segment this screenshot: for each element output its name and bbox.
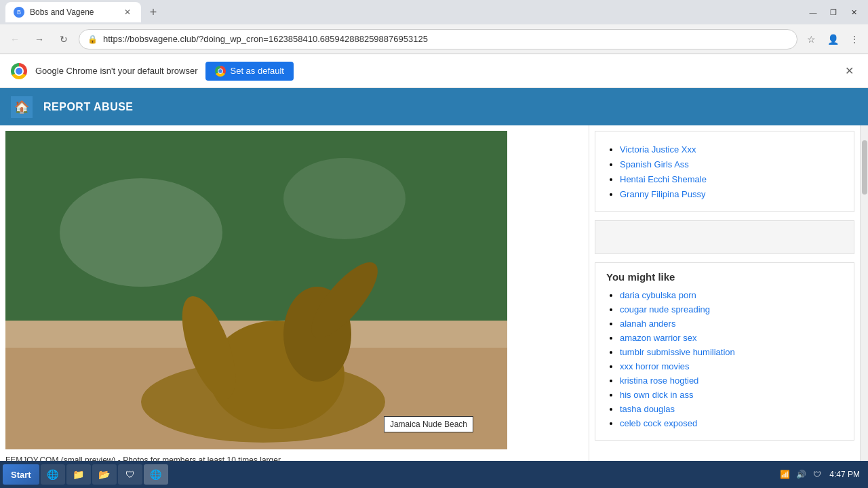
scrollbar-thumb[interactable] (862, 140, 867, 195)
home-button[interactable]: 🏠 (8, 94, 35, 121)
list-item: alanah anders (620, 318, 843, 329)
address-bar: ← → ↻ 🔒 https://bobsvagene.club/?doing_w… (0, 24, 868, 54)
taskbar-security-icon: 🛡 (123, 468, 137, 481)
taskbar-active-chrome-icon: 🌐 (149, 468, 163, 481)
menu-button[interactable]: ⋮ (846, 31, 863, 47)
maximize-button[interactable]: ❐ (825, 5, 842, 20)
clock-time: 4:47 PM (829, 469, 860, 481)
list-item: Spanish Girls Ass (620, 159, 843, 169)
list-item: tumblr submissive humiliation (620, 346, 843, 357)
taskbar-explorer-button[interactable]: 📁 (66, 464, 91, 485)
tab-title: Bobs and Vagene (30, 7, 117, 17)
related-link-kristina[interactable]: kristina rose hogtied (620, 375, 698, 386)
scrollbar[interactable] (860, 125, 868, 461)
url-bar[interactable]: 🔒 https://bobsvagene.club/?doing_wp_cron… (79, 29, 797, 49)
sidebar-link-victoria[interactable]: Victoria Justice Xxx (620, 144, 696, 155)
sidebar-link-hentai[interactable]: Hentai Ecchi Shemale (620, 174, 707, 184)
list-item: his own dick in ass (620, 389, 843, 400)
sidebar-links-box: Victoria Justice Xxx Spanish Girls Ass H… (595, 131, 854, 212)
list-item: amazon warrior sex (620, 332, 843, 343)
article-image: Jamaica Nude Beach (5, 131, 507, 449)
back-button[interactable]: ← (5, 30, 24, 49)
home-icon: 🏠 (11, 96, 33, 118)
taskbar-chrome-button[interactable]: 🌐 (41, 464, 65, 485)
sidebar-ad (595, 220, 854, 254)
page-content: 🏠 REPORT ABUSE (0, 88, 868, 461)
related-link-amazon[interactable]: amazon warrior sex (620, 333, 696, 343)
close-banner-button[interactable]: ✕ (841, 63, 857, 79)
default-browser-text: Google Chrome isn't your default browser (35, 66, 197, 76)
browser-tab[interactable]: B Bobs and Vagene ✕ (5, 2, 141, 22)
report-abuse-link[interactable]: REPORT ABUSE (43, 101, 134, 113)
set-as-default-button[interactable]: Set as default (205, 62, 294, 81)
tray-icons: 📶 🔊 🛡 (778, 468, 824, 481)
refresh-button[interactable]: ↻ (54, 30, 73, 49)
you-might-like-box: You might like daria cybulska porn couga… (595, 262, 854, 441)
minimize-button[interactable]: — (804, 5, 822, 20)
taskbar-folder-icon: 📂 (98, 468, 111, 481)
set-default-chrome-icon (215, 66, 226, 77)
related-link-cougar[interactable]: cougar nude spreading (620, 304, 710, 314)
article-photo (5, 131, 507, 449)
tray-security-icon: 🛡 (810, 468, 824, 481)
set-default-label: Set as default (230, 66, 284, 76)
start-button[interactable]: Start (3, 464, 39, 485)
list-item: cougar nude spreading (620, 304, 843, 314)
forward-button[interactable]: → (30, 30, 49, 49)
related-link-tumblr[interactable]: tumblr submissive humiliation (620, 347, 735, 357)
new-tab-button[interactable]: + (144, 3, 163, 22)
sidebar-link-spanish[interactable]: Spanish Girls Ass (620, 159, 689, 169)
main-layout: Jamaica Nude Beach FEMJOY.COM (small pre… (0, 125, 868, 461)
tab-close-button[interactable]: ✕ (122, 7, 133, 18)
window-controls: — ❐ ✕ (804, 5, 863, 20)
default-browser-banner: Google Chrome isn't your default browser… (0, 54, 868, 88)
taskbar-folder-button[interactable]: 📂 (92, 464, 117, 485)
image-caption-text: Jamaica Nude Beach (390, 420, 467, 429)
taskbar-explorer-icon: 📁 (72, 468, 85, 481)
profile-button[interactable]: 👤 (825, 31, 841, 47)
sidebar-links-list: Victoria Justice Xxx Spanish Girls Ass H… (606, 144, 843, 199)
related-link-tasha[interactable]: tasha douglas (620, 404, 675, 414)
sidebar-link-granny[interactable]: Granny Filipina Pussy (620, 189, 705, 199)
taskbar-chrome-icon: 🌐 (46, 468, 60, 481)
taskbar-chrome-active-button[interactable]: 🌐 (144, 464, 168, 485)
svg-point-5 (283, 158, 406, 239)
related-link-xxx[interactable]: xxx horror movies (620, 361, 690, 371)
you-might-like-heading: You might like (606, 271, 843, 283)
title-bar: B Bobs and Vagene ✕ + — ❐ ✕ (0, 0, 868, 24)
system-tray: 📶 🔊 🛡 4:47 PM (772, 468, 865, 481)
tab-favicon: B (14, 7, 24, 18)
list-item: daria cybulska porn (620, 289, 843, 300)
taskbar-security-button[interactable]: 🛡 (118, 464, 142, 485)
taskbar: Start 🌐 📁 📂 🛡 🌐 📶 🔊 🛡 4:47 PM (0, 461, 868, 488)
image-caption: Jamaica Nude Beach (384, 416, 473, 432)
image-source-text: FEMJOY.COM (small preview) - Photos for … (0, 449, 589, 461)
svg-point-4 (60, 178, 222, 287)
list-item: kristina rose hogtied (620, 375, 843, 386)
site-header: 🏠 REPORT ABUSE (0, 88, 868, 125)
system-clock: 4:47 PM (829, 469, 860, 481)
main-content: Jamaica Nude Beach FEMJOY.COM (small pre… (0, 125, 589, 461)
close-button[interactable]: ✕ (845, 5, 863, 20)
list-item: Granny Filipina Pussy (620, 188, 843, 199)
ssl-icon: 🔒 (87, 35, 98, 44)
list-item: Victoria Justice Xxx (620, 144, 843, 155)
tray-network-icon: 📶 (778, 468, 791, 481)
list-item: Hentai Ecchi Shemale (620, 174, 843, 184)
you-might-like-list: daria cybulska porn cougar nude spreadin… (606, 289, 843, 428)
chrome-logo-icon (11, 63, 27, 79)
tray-volume-icon: 🔊 (794, 468, 808, 481)
bookmark-button[interactable]: ☆ (803, 31, 819, 47)
url-text: https://bobsvagene.club/?doing_wp_cron=1… (103, 34, 789, 44)
sidebar: Victoria Justice Xxx Spanish Girls Ass H… (589, 125, 860, 461)
list-item: celeb cock exposed (620, 418, 843, 428)
list-item: xxx horror movies (620, 361, 843, 371)
related-link-daria[interactable]: daria cybulska porn (620, 290, 696, 300)
list-item: tasha douglas (620, 403, 843, 414)
related-link-alanah[interactable]: alanah anders (620, 319, 675, 329)
related-link-celeb[interactable]: celeb cock exposed (620, 418, 697, 428)
browser-frame: B Bobs and Vagene ✕ + — ❐ ✕ ← → ↻ 🔒 http… (0, 0, 868, 488)
related-link-dick[interactable]: his own dick in ass (620, 390, 693, 400)
